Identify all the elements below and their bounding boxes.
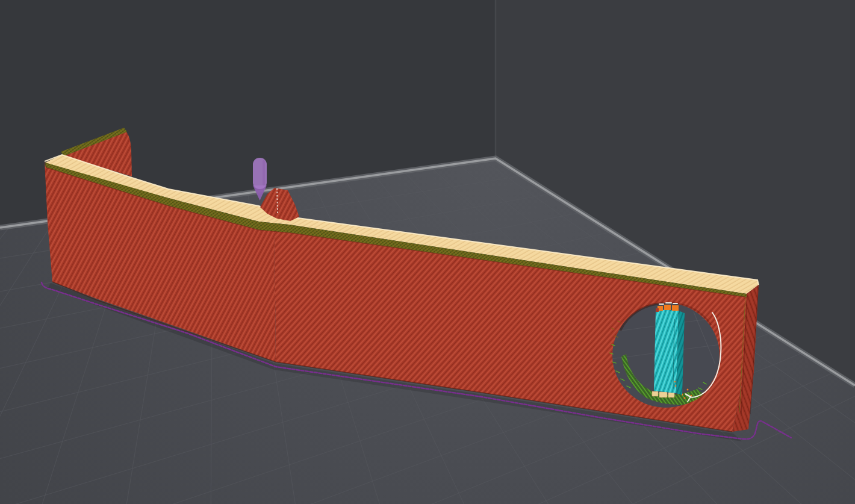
- slicer-3d-viewport[interactable]: [0, 0, 855, 504]
- gcode-preview-canvas[interactable]: [0, 0, 855, 504]
- support-tower-front: [654, 310, 679, 393]
- nozzle-marker-shade: [263, 160, 265, 185]
- bridge-infill-red-bit: [656, 308, 659, 312]
- support-tower[interactable]: [654, 305, 685, 395]
